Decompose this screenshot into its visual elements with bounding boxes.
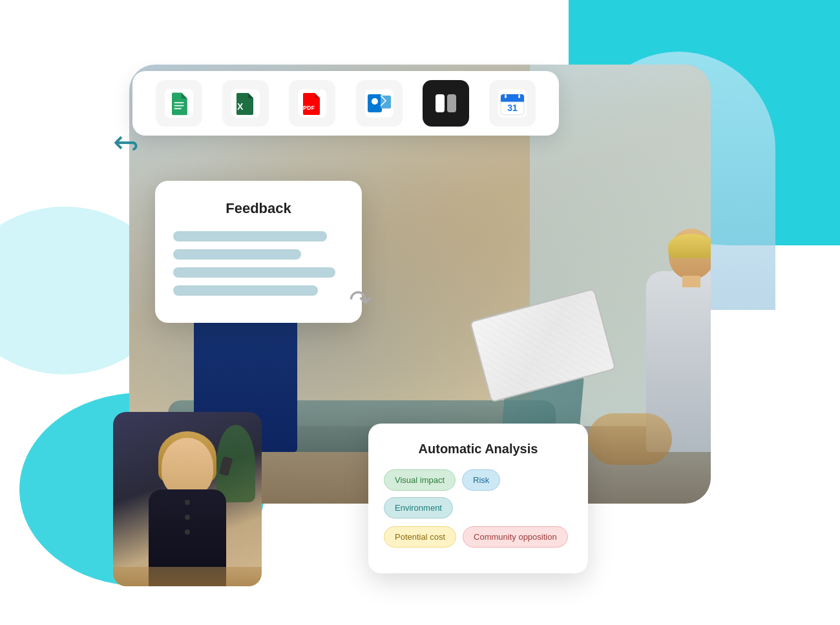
svg-rect-10 [372, 98, 378, 105]
analysis-title: Automatic Analysis [384, 442, 572, 456]
tag-environment[interactable]: Environment [384, 497, 453, 518]
analysis-tags-row1: Visual impact Risk Environment [384, 469, 572, 518]
woman-head [162, 438, 213, 496]
feedback-bar-4 [173, 285, 318, 296]
feedback-card: Feedback [155, 181, 362, 323]
pdf-icon[interactable]: PDF [289, 80, 335, 127]
svg-rect-21 [518, 94, 520, 98]
analysis-tags-row2: Potential cost Community opposition [384, 526, 572, 548]
svg-rect-20 [505, 94, 507, 98]
icons-bar: X PDF [132, 71, 559, 136]
tag-potential-cost[interactable]: Potential cost [384, 526, 456, 548]
excel-icon[interactable]: X [222, 80, 269, 127]
tag-visual-impact[interactable]: Visual impact [384, 469, 456, 491]
svg-text:PDF: PDF [303, 105, 315, 111]
google-calendar-icon[interactable]: 31 [489, 80, 536, 127]
svg-rect-12 [436, 94, 445, 112]
svg-rect-1 [174, 102, 184, 103]
figma-icon[interactable] [423, 80, 469, 127]
svg-text:31: 31 [508, 103, 518, 113]
tag-community-opposition[interactable]: Community opposition [463, 526, 568, 548]
outlook-icon[interactable] [356, 80, 403, 127]
svg-rect-13 [447, 94, 456, 112]
svg-text:X: X [237, 101, 244, 112]
arrow-curve-top: ↩ [113, 126, 139, 162]
tag-risk[interactable]: Risk [462, 469, 500, 491]
google-sheets-icon[interactable] [156, 80, 202, 127]
feedback-bar-1 [173, 231, 327, 241]
scene: ↩ X [0, 0, 840, 625]
small-photo-woman [113, 412, 262, 586]
feedback-title: Feedback [173, 200, 344, 217]
feedback-bar-3 [173, 267, 335, 278]
analysis-card: Automatic Analysis Visual impact Risk En… [368, 424, 588, 573]
feedback-bar-2 [173, 249, 301, 260]
svg-rect-3 [174, 108, 181, 109]
arrow-curve-bottom: ↷ [349, 284, 372, 316]
svg-rect-2 [174, 105, 184, 107]
svg-rect-17 [501, 98, 524, 102]
